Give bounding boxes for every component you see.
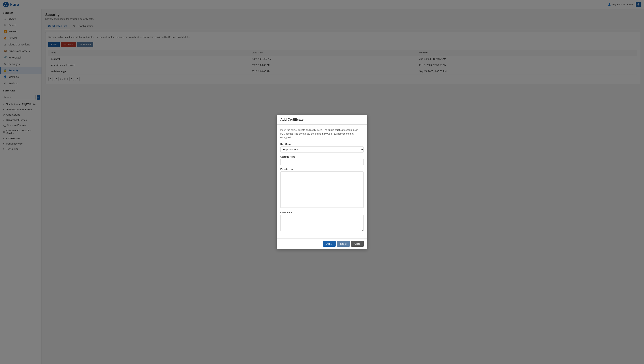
storage-alias-group: Storage Alias [280, 156, 364, 165]
private-key-label: Private Key [280, 168, 364, 170]
key-store-group: Key Store HttpsKeystore SslKeystore DMKe… [280, 143, 364, 152]
private-key-textarea[interactable] [280, 172, 364, 208]
modal-footer: Apply Reset Close [277, 238, 367, 249]
certificate-label: Certificate [280, 211, 364, 214]
modal-body: Insert the pair of private and public ke… [277, 124, 367, 238]
storage-alias-label: Storage Alias [280, 156, 364, 158]
storage-alias-input[interactable] [280, 159, 364, 165]
private-key-group: Private Key [280, 168, 364, 208]
modal-title: Add Certificate [280, 118, 304, 121]
reset-button[interactable]: Reset [337, 241, 350, 247]
close-button[interactable]: Close [351, 241, 364, 247]
modal-description: Insert the pair of private and public ke… [280, 128, 364, 140]
apply-button[interactable]: Apply [323, 241, 336, 247]
certificate-textarea[interactable] [280, 215, 364, 231]
key-store-label: Key Store [280, 143, 364, 146]
modal-header: Add Certificate [277, 115, 367, 124]
key-store-select[interactable]: HttpsKeystore SslKeystore DMKeystore [280, 146, 364, 152]
certificate-group: Certificate [280, 211, 364, 232]
modal-overlay[interactable]: Add Certificate Insert the pair of priva… [0, 0, 644, 364]
add-certificate-modal: Add Certificate Insert the pair of priva… [277, 115, 367, 249]
